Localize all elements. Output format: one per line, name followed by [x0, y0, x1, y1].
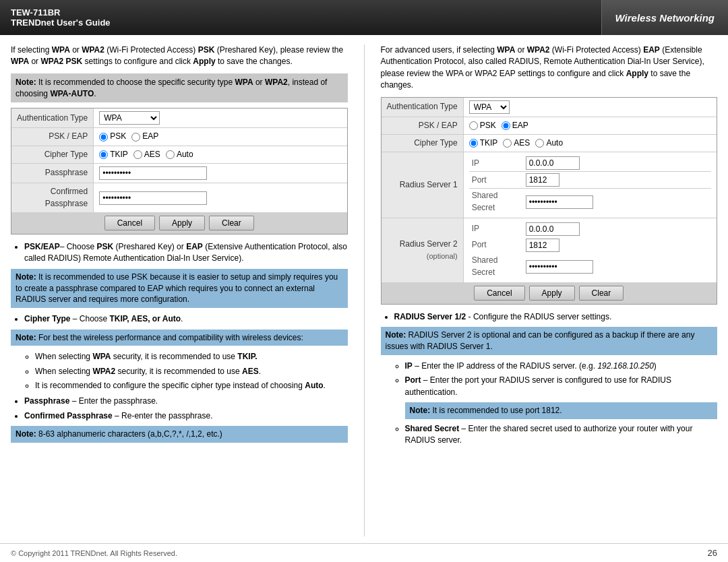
left-intro: If selecting WPA or WPA2 (Wi-Fi Protecte…: [11, 44, 348, 68]
left-note2: Note: It is recommended to use PSK becau…: [11, 269, 348, 308]
radius2-secret-value[interactable]: [523, 253, 711, 280]
eap-radio-label[interactable]: EAP: [131, 131, 158, 142]
eap-radio[interactable]: [131, 133, 140, 142]
auto-radio[interactable]: [166, 150, 175, 159]
cipher-type-row: Cipher Type TKIP AES Auto: [11, 146, 347, 163]
sub-bullet-1: When selecting WPA security, it is recom…: [35, 351, 348, 363]
right-note6: Note: It is recommended to use port 1812…: [405, 402, 718, 419]
radius2-row: Radius Server 2(optional) IP Port: [382, 218, 717, 282]
right-auth-type-select[interactable]: WPA WPA2: [469, 100, 510, 114]
auth-type-row: Authentication Type WPA WPA2 WPA-AUTO: [11, 108, 347, 128]
left-apply-button[interactable]: Apply: [159, 216, 205, 230]
passphrase-label: Passphrase: [11, 164, 94, 183]
tkip-radio[interactable]: [99, 150, 108, 159]
right-tkip-label[interactable]: TKIP: [469, 137, 498, 149]
right-clear-button[interactable]: Clear: [579, 286, 624, 301]
left-cancel-button[interactable]: Cancel: [104, 216, 155, 230]
tkip-radio-label[interactable]: TKIP: [99, 149, 128, 160]
right-aes-label[interactable]: AES: [503, 137, 530, 149]
right-psk-eap-row: PSK / EAP PSK EAP: [382, 117, 717, 134]
passphrase-bullet: Passphrase – Enter the passphrase.: [24, 396, 348, 407]
radius2-port-input[interactable]: [526, 239, 559, 252]
shared-secret-bullet: Shared Secret – Enter the shared secret …: [405, 423, 718, 447]
confirmed-passphrase-label: ConfirmedPassphrase: [11, 183, 94, 212]
right-cancel-button[interactable]: Cancel: [474, 286, 524, 301]
right-psk-radio[interactable]: [469, 121, 478, 130]
radius1-port-label: Port: [469, 172, 523, 189]
auth-type-value[interactable]: WPA WPA2 WPA-AUTO: [94, 108, 347, 128]
radius1-ip-value[interactable]: [523, 155, 711, 172]
right-sub-list: IP – Enter the IP address of the RADIUS …: [405, 361, 718, 398]
radius-bullet: RADIUS Server 1/2 - Configure the RADIUS…: [394, 311, 718, 323]
radius2-secret-input[interactable]: [526, 260, 593, 274]
left-note3: Note: For best the wireless performance …: [11, 330, 348, 346]
radius1-value: IP Port: [463, 152, 717, 218]
left-note4: Note: 8-63 alphanumeric characters (a,b,…: [11, 426, 348, 443]
radius2-ip-value[interactable]: [523, 221, 711, 237]
psk-radio[interactable]: [99, 133, 108, 142]
section-title: Wireless Networking: [615, 12, 715, 24]
sub-bullet-3: It is recommended to configure the speci…: [35, 380, 348, 392]
auth-type-label: Authentication Type: [11, 108, 94, 128]
radius2-secret-label: Shared Secret: [469, 253, 523, 280]
radius1-row: Radius Server 1 IP Port: [382, 152, 717, 218]
sub-bullet-2: When selecting WPA2 security, it is reco…: [35, 366, 348, 377]
passphrase-input[interactable]: [99, 166, 207, 180]
page-number: 26: [708, 548, 717, 558]
right-aes-radio[interactable]: [503, 139, 512, 148]
passphrase-value[interactable]: [94, 164, 347, 183]
right-tkip-radio[interactable]: [469, 139, 478, 148]
passphrase-list: Passphrase – Enter the passphrase. Confi…: [24, 396, 348, 422]
radius2-port-value[interactable]: [523, 237, 711, 253]
right-auto-radio[interactable]: [535, 139, 544, 148]
right-cipher-value: TKIP AES Auto: [463, 134, 717, 152]
confirmed-passphrase-input[interactable]: [99, 191, 207, 205]
radius2-ip-input[interactable]: [526, 222, 580, 236]
radius2-port-label: Port: [469, 237, 523, 253]
auth-type-select[interactable]: WPA WPA2 WPA-AUTO: [99, 111, 160, 125]
cipher-type-label: Cipher Type: [11, 146, 94, 163]
right-eap-radio[interactable]: [502, 121, 510, 130]
right-psk-eap-label: PSK / EAP: [382, 117, 464, 134]
model-name: TEW-711BR: [11, 7, 111, 18]
radius2-label: Radius Server 2(optional): [382, 218, 464, 282]
right-intro: For advanced users, if selecting WPA or …: [381, 44, 718, 92]
radius1-port-value[interactable]: [523, 172, 711, 189]
right-auth-type-value[interactable]: WPA WPA2: [463, 98, 717, 117]
auto-radio-label[interactable]: Auto: [166, 149, 193, 160]
radius1-secret-value[interactable]: [523, 189, 711, 215]
main-content: If selecting WPA or WPA2 (Wi-Fi Protecte…: [0, 35, 728, 543]
right-apply-button[interactable]: Apply: [529, 286, 575, 301]
right-psk-radio-label[interactable]: PSK: [469, 120, 496, 131]
header-right: Wireless Networking: [601, 0, 728, 35]
column-divider: [364, 44, 365, 536]
confirmed-passphrase-row: ConfirmedPassphrase: [11, 183, 347, 212]
aes-radio[interactable]: [133, 150, 142, 159]
cipher-type-value: TKIP AES Auto: [94, 146, 347, 163]
right-eap-radio-label[interactable]: EAP: [502, 120, 528, 131]
radius1-secret-label: Shared Secret: [469, 189, 523, 215]
radius1-port-input[interactable]: [526, 173, 559, 187]
page-header: TEW-711BR TRENDnet User's Guide Wireless…: [0, 0, 728, 35]
radius1-label: Radius Server 1: [382, 152, 464, 218]
confirmed-passphrase-value[interactable]: [94, 183, 347, 212]
left-settings-table: Authentication Type WPA WPA2 WPA-AUTO PS…: [11, 108, 348, 235]
right-cipher-label: Cipher Type: [382, 134, 464, 152]
right-psk-eap-value: PSK EAP: [463, 117, 717, 134]
right-auth-type-label: Authentication Type: [382, 98, 464, 117]
psk-eap-bullet: PSK/EAP– Choose PSK (Preshared Key) or E…: [24, 241, 348, 265]
right-auto-label[interactable]: Auto: [535, 137, 563, 149]
aes-radio-label[interactable]: AES: [133, 149, 160, 160]
confirmed-bullet: Confirmed Passphrase – Re-enter the pass…: [24, 410, 348, 422]
radius1-ip-input[interactable]: [526, 156, 580, 170]
radius1-secret-input[interactable]: [526, 195, 593, 209]
left-bullet-list: PSK/EAP– Choose PSK (Preshared Key) or E…: [24, 241, 348, 265]
radius2-ip-label: IP: [469, 221, 523, 237]
psk-radio-label[interactable]: PSK: [99, 131, 126, 142]
left-clear-button[interactable]: Clear: [209, 216, 254, 230]
left-btn-row: Cancel Apply Clear: [11, 212, 347, 234]
left-note1: Note: It is recommended to choose the sp…: [11, 73, 348, 103]
right-btn-row: Cancel Apply Clear: [382, 282, 717, 304]
guide-title: TRENDnet User's Guide: [11, 18, 111, 28]
right-note5: Note: RADIUS Server 2 is optional and ca…: [381, 327, 718, 355]
